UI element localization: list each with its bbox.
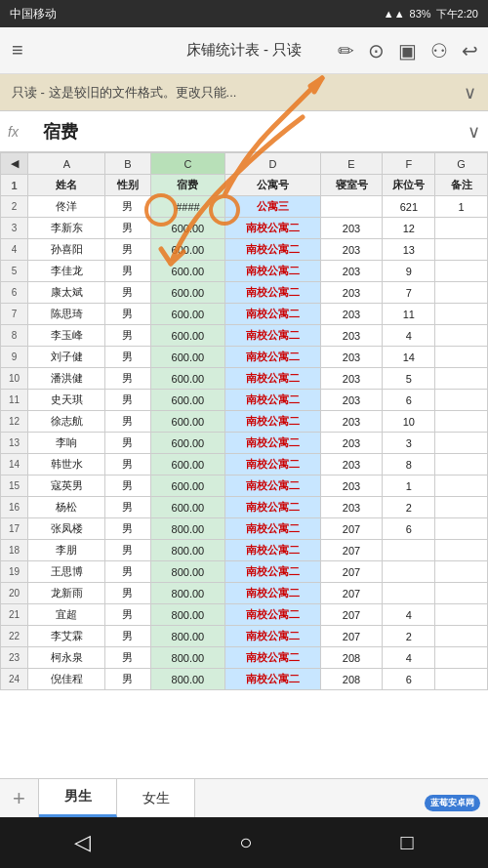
col-header-e[interactable]: E	[320, 153, 383, 175]
table-row: 8 李玉峰 男 600.00 南校公寓二 203 4	[1, 325, 488, 347]
table-row: 10 潘洪健 男 600.00 南校公寓二 203 5	[1, 368, 488, 390]
battery-label: 83%	[410, 8, 431, 20]
recent-button[interactable]: □	[401, 830, 414, 855]
readonly-text: 只读 - 这是较旧的文件格式。更改只能...	[12, 84, 236, 102]
header-apt: 公寓号	[225, 175, 320, 196]
col-header-f[interactable]: F	[383, 153, 435, 175]
header-bed: 床位号	[383, 175, 435, 196]
table-row: 15 寇英男 男 600.00 南校公寓二 203 1	[1, 475, 488, 497]
table-row: 18 李朋 男 800.00 南校公寓二 207	[1, 540, 488, 561]
table-row: 5 李佳龙 男 600.00 南校公寓二 203 9	[1, 261, 488, 282]
header-row: 1 姓名 性别 宿费 公寓号 寝室号 床位号 备注	[1, 175, 488, 196]
col-header-a[interactable]: A	[28, 153, 105, 175]
header-fee: 宿费	[150, 175, 225, 196]
table-row: 20 龙新雨 男 800.00 南校公寓二 207	[1, 583, 488, 604]
table-row: 9 刘子健 男 600.00 南校公寓二 203 14	[1, 347, 488, 368]
formula-bar: fx 宿费 ∨	[0, 111, 488, 152]
add-sheet-button[interactable]: +	[0, 779, 39, 817]
table-row: 21 宜超 男 800.00 南校公寓二 207 4	[1, 604, 488, 626]
tab-bar: + 男生 女生	[0, 778, 488, 817]
formula-expand-icon[interactable]: ∨	[468, 121, 480, 143]
table-row: 19 王思博 男 800.00 南校公寓二 207	[1, 561, 488, 583]
tab-male[interactable]: 男生	[39, 779, 117, 817]
title-bar: ≡ 床铺统计表 - 只读 ✏ ⊙ ▣ ⚇ ↩	[0, 27, 488, 74]
table-row: 17 张凤楼 男 800.00 南校公寓二 207 6	[1, 518, 488, 540]
table-row: 7 陈思琦 男 600.00 南校公寓二 203 11	[1, 304, 488, 325]
col-header-g[interactable]: G	[435, 153, 488, 175]
spreadsheet: ◀ A B C D E F G 1 姓名 性别 宿费 公寓号 寝室号 床位号 备…	[0, 152, 488, 778]
table-row: 13 李响 男 600.00 南校公寓二 203 3	[1, 433, 488, 454]
table-row: 12 徐志航 男 600.00 南校公寓二 203 10	[1, 411, 488, 433]
back-button[interactable]: ◁	[74, 830, 91, 855]
fx-label: fx	[8, 124, 35, 140]
header-gender: 性别	[105, 175, 150, 196]
table-row: 14 韩世水 男 600.00 南校公寓二 203 8	[1, 454, 488, 475]
table-row: 2 佟洋 男 #### 公寓三 621 1	[1, 196, 488, 218]
col-header-b[interactable]: B	[105, 153, 150, 175]
user-icon[interactable]: ⚇	[430, 39, 448, 62]
undo-icon[interactable]: ↩	[462, 39, 478, 62]
table-row: 16 杨松 男 600.00 南校公寓二 203 2	[1, 497, 488, 518]
col-header-c[interactable]: C	[150, 153, 225, 175]
col-arrow[interactable]: ◀	[1, 153, 28, 175]
status-bar: 中国移动 ▲▲ 83% 下午2:20	[0, 0, 488, 27]
search-icon[interactable]: ⊙	[368, 39, 385, 62]
row-num-1: 1	[1, 175, 28, 196]
header-note: 备注	[435, 175, 488, 196]
col-header-row: ◀ A B C D E F G	[1, 153, 488, 175]
table-row: 24 倪佳程 男 800.00 南校公寓二 208 6	[1, 669, 488, 690]
menu-icon[interactable]: ≡	[12, 39, 23, 62]
table-row: 6 康太斌 男 600.00 南校公寓二 203 7	[1, 282, 488, 304]
home-button[interactable]: ○	[239, 830, 252, 855]
expand-icon[interactable]: ∨	[464, 82, 476, 103]
toolbar-icons: ✏ ⊙ ▣ ⚇ ↩	[338, 39, 478, 62]
formula-value: 宿费	[43, 120, 460, 144]
table-row: 23 柯永泉 男 800.00 南校公寓二 208 4	[1, 647, 488, 669]
table-row: 3 李新东 男 600.00 南校公寓二 203 12	[1, 218, 488, 239]
readonly-banner: 只读 - 这是较旧的文件格式。更改只能... ∨	[0, 74, 488, 111]
data-table: ◀ A B C D E F G 1 姓名 性别 宿费 公寓号 寝室号 床位号 备…	[0, 152, 488, 690]
android-nav: ◁ ○ □	[0, 817, 488, 868]
tab-female[interactable]: 女生	[117, 779, 195, 817]
header-room: 寝室号	[320, 175, 383, 196]
table-row: 11 史天琪 男 600.00 南校公寓二 203 6	[1, 390, 488, 411]
table-row: 4 孙喜阳 男 600.00 南校公寓二 203 13	[1, 239, 488, 261]
signal-icon: ▲▲	[384, 8, 405, 20]
edit-icon[interactable]: ✏	[338, 39, 354, 62]
save-icon[interactable]: ▣	[398, 39, 417, 62]
header-name: 姓名	[28, 175, 105, 196]
carrier-label: 中国移动	[10, 6, 57, 22]
col-header-d[interactable]: D	[225, 153, 320, 175]
time-label: 下午2:20	[436, 7, 478, 21]
table-row: 22 李艾霖 男 800.00 南校公寓二 207 2	[1, 626, 488, 647]
page-title: 床铺统计表 - 只读	[186, 41, 302, 60]
status-right: ▲▲ 83% 下午2:20	[384, 7, 478, 21]
watermark-label: 蓝莓安卓网	[425, 795, 480, 811]
